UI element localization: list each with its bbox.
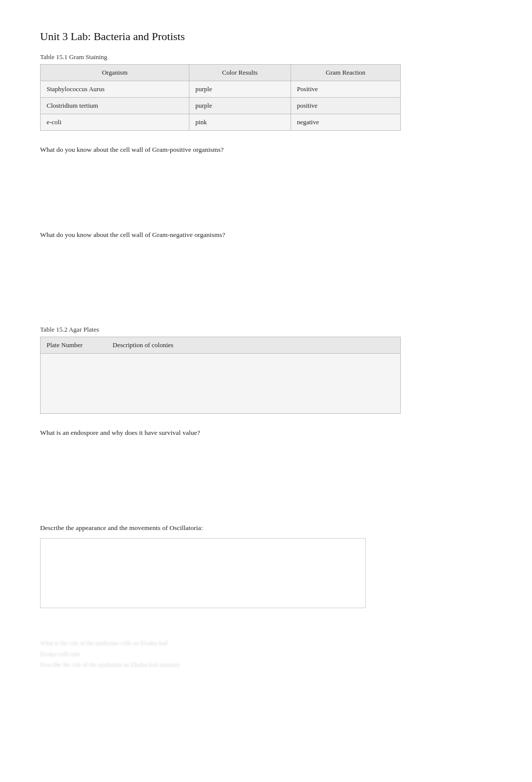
table2-col-desc: Description of colonies (113, 341, 173, 349)
question-3: What is an endospore and why does it hav… (40, 428, 492, 438)
table-row: e-colipinknegative (41, 114, 401, 131)
col-header-gram: Gram Reaction (291, 65, 400, 81)
table-cell: Staphylococcus Aurus (41, 81, 189, 98)
answer-space-1 (40, 160, 492, 215)
answer-space-2 (40, 245, 492, 311)
table2-header: Plate Number Description of colonies (40, 337, 401, 354)
page-title: Unit 3 Lab: Bacteria and Protists (40, 30, 492, 43)
col-header-color: Color Results (189, 65, 291, 81)
question-2: What do you know about the cell wall of … (40, 230, 492, 240)
table1-caption: Table 15.1 Gram Staining (40, 53, 492, 61)
table-row: Staphylococcus AuruspurplePositive (41, 81, 401, 98)
table2-body (40, 354, 401, 414)
table-cell: Positive (291, 81, 400, 98)
table-cell: e-coli (41, 114, 189, 131)
footer-line3: Describe the role of the epidermis on El… (40, 660, 492, 671)
table-row: Clostridium tertiumpurplepositive (41, 98, 401, 114)
footer-line1: What is the role of the epidermis cells … (40, 638, 492, 649)
table-cell: purple (189, 98, 291, 114)
table-cell: purple (189, 81, 291, 98)
oscillatoria-answer-box (40, 538, 366, 608)
table-cell: negative (291, 114, 400, 131)
question-1: What do you know about the cell wall of … (40, 145, 492, 155)
table-cell: positive (291, 98, 400, 114)
col-header-organism: Organism (41, 65, 189, 81)
footer-blurred: What is the role of the epidermis cells … (40, 638, 492, 671)
table-cell: Clostridium tertium (41, 98, 189, 114)
question-4: Describe the appearance and the movement… (40, 523, 492, 533)
answer-space-3 (40, 443, 492, 508)
table2-caption: Table 15.2 Agar Plates (40, 326, 492, 334)
table-cell: pink (189, 114, 291, 131)
gram-staining-table: Organism Color Results Gram Reaction Sta… (40, 64, 401, 131)
footer-line2: Elodea cells title (40, 649, 492, 660)
table2-col-plate: Plate Number (47, 341, 83, 349)
